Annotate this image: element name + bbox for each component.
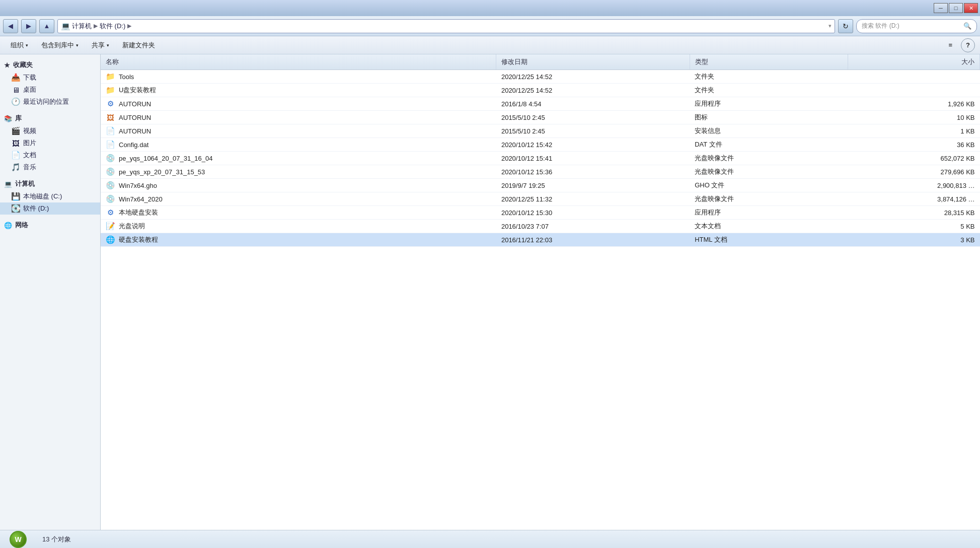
table-row[interactable]: 💿 Win7x64_2020 2020/12/25 11:32 光盘映像文件 3… (101, 192, 980, 206)
sidebar-item-pictures[interactable]: 🖼 图片 (0, 137, 100, 149)
sidebar-item-video[interactable]: 🎬 视频 (0, 125, 100, 137)
table-row[interactable]: 📝 光盘说明 2016/10/23 7:07 文本文档 5 KB (101, 220, 980, 233)
sidebar-item-recent[interactable]: 🕐 最近访问的位置 (0, 96, 100, 108)
exe-icon: ⚙ (106, 208, 115, 217)
file-name: AUTORUN (119, 127, 151, 135)
file-modified: 2020/12/25 11:32 (496, 192, 690, 206)
drive-c-icon: 💾 (11, 192, 20, 201)
file-name-cell[interactable]: 📄 Config.dat (101, 138, 496, 152)
column-modified[interactable]: 修改日期 (496, 54, 690, 70)
search-bar[interactable]: 搜索 软件 (D:) 🔍 (856, 19, 977, 33)
table-row[interactable]: 📁 U盘安装教程 2020/12/25 14:52 文件夹 (101, 84, 980, 97)
library-label: 库 (15, 114, 22, 123)
file-modified: 2016/10/23 7:07 (496, 220, 690, 233)
column-name[interactable]: 名称 (101, 54, 496, 70)
minimize-button[interactable]: ─ (934, 3, 948, 13)
table-row[interactable]: 📄 Config.dat 2020/10/12 15:42 DAT 文件 36 … (101, 138, 980, 152)
desktop-icon: 🖥 (11, 85, 20, 94)
breadcrumb-drive-d[interactable]: 软件 (D:) (100, 22, 125, 31)
breadcrumb-computer[interactable]: 计算机 (72, 22, 92, 31)
sidebar-header-computer[interactable]: 💻 计算机 (0, 177, 100, 190)
include-library-button[interactable]: 包含到库中 (36, 38, 84, 52)
table-row[interactable]: ⚙ 本地硬盘安装 2020/10/12 15:30 应用程序 28,315 KB (101, 206, 980, 220)
search-placeholder-text: 搜索 软件 (D:) (862, 22, 899, 30)
refresh-button[interactable]: ↻ (838, 19, 853, 33)
sidebar-item-music[interactable]: 🎵 音乐 (0, 161, 100, 173)
table-row[interactable]: 💿 pe_yqs_xp_20_07_31_15_53 2020/10/12 15… (101, 165, 980, 179)
sidebar-item-downloads[interactable]: 📥 下载 (0, 72, 100, 84)
breadcrumb-dropdown-icon[interactable]: ▾ (828, 23, 832, 29)
file-area[interactable]: 名称 修改日期 类型 大小 📁 Tools 2020/12/25 14:52 文… (101, 54, 980, 530)
file-name-cell[interactable]: 💿 Win7x64_2020 (101, 192, 496, 206)
dat-icon: 📄 (106, 140, 115, 149)
file-name: Win7x64_2020 (119, 195, 163, 203)
table-row[interactable]: 💿 Win7x64.gho 2019/9/7 19:25 GHO 文件 2,90… (101, 179, 980, 192)
sidebar-item-documents[interactable]: 📄 文档 (0, 149, 100, 161)
file-name-cell[interactable]: 🌐 硬盘安装教程 (101, 233, 496, 247)
table-row[interactable]: 📁 Tools 2020/12/25 14:52 文件夹 (101, 70, 980, 84)
search-icon[interactable]: 🔍 (963, 22, 971, 30)
file-type: DAT 文件 (690, 138, 848, 152)
sidebar-header-library[interactable]: 📚 库 (0, 112, 100, 125)
maximize-button[interactable]: □ (949, 3, 963, 13)
file-size: 1,926 KB (848, 97, 980, 111)
file-name-cell[interactable]: 💿 Win7x64.gho (101, 179, 496, 192)
file-name: pe_yqs_xp_20_07_31_15_53 (119, 168, 205, 176)
file-name-cell[interactable]: 💿 pe_yqs_1064_20_07_31_16_04 (101, 152, 496, 165)
music-label: 音乐 (23, 163, 36, 172)
back-button[interactable]: ◀ (3, 19, 18, 33)
sidebar-header-favorites[interactable]: ★ 收藏夹 (0, 58, 100, 72)
file-name-cell[interactable]: 📁 Tools (101, 70, 496, 84)
table-row[interactable]: ⚙ AUTORUN 2016/1/8 4:54 应用程序 1,926 KB (101, 97, 980, 111)
file-type: 光盘映像文件 (690, 192, 848, 206)
up-button[interactable]: ▲ (39, 19, 54, 33)
sidebar-item-local-d[interactable]: 💽 软件 (D:) (0, 202, 100, 215)
computer-icon: 💻 (61, 22, 70, 31)
file-name-cell[interactable]: ⚙ AUTORUN (101, 97, 496, 111)
folder-icon: 📁 (106, 86, 115, 95)
new-folder-button[interactable]: 新建文件夹 (117, 38, 161, 52)
organize-button[interactable]: 组织 (5, 38, 34, 52)
file-name-cell[interactable]: 📁 U盘安装教程 (101, 84, 496, 97)
table-row[interactable]: 🖼 AUTORUN 2015/5/10 2:45 图标 10 KB (101, 111, 980, 124)
breadcrumb-bar[interactable]: 💻 计算机 ▶ 软件 (D:) ▶ ▾ (57, 19, 835, 33)
main-layout: ★ 收藏夹 📥 下载 🖥 桌面 🕐 最近访问的位置 📚 库 (0, 54, 980, 530)
file-name-cell[interactable]: 💿 pe_yqs_xp_20_07_31_15_53 (101, 165, 496, 179)
table-row[interactable]: 📄 AUTORUN 2015/5/10 2:45 安装信息 1 KB (101, 124, 980, 138)
music-icon: 🎵 (11, 163, 20, 172)
file-name-cell[interactable]: 📝 光盘说明 (101, 220, 496, 233)
breadcrumb-separator-2: ▶ (127, 23, 131, 29)
sidebar-item-desktop[interactable]: 🖥 桌面 (0, 84, 100, 96)
address-bar: ◀ ▶ ▲ 💻 计算机 ▶ 软件 (D:) ▶ ▾ ↻ 搜索 软件 (D:) 🔍 (0, 16, 980, 36)
file-type: 应用程序 (690, 206, 848, 220)
file-type: 文件夹 (690, 70, 848, 84)
sidebar-header-network[interactable]: 🌐 网络 (0, 219, 100, 232)
library-icon: 📚 (4, 115, 12, 122)
sidebar-section-network: 🌐 网络 (0, 219, 100, 232)
file-name: AUTORUN (119, 114, 151, 121)
help-button[interactable]: ? (961, 38, 975, 52)
file-type: HTML 文档 (690, 233, 848, 247)
file-name-cell[interactable]: ⚙ 本地硬盘安装 (101, 206, 496, 220)
file-table: 名称 修改日期 类型 大小 📁 Tools 2020/12/25 14:52 文… (101, 54, 980, 247)
column-size[interactable]: 大小 (848, 54, 980, 70)
table-row[interactable]: 🌐 硬盘安装教程 2016/11/21 22:03 HTML 文档 3 KB (101, 233, 980, 247)
forward-button[interactable]: ▶ (21, 19, 36, 33)
file-name-cell[interactable]: 🖼 AUTORUN (101, 111, 496, 124)
file-type: 安装信息 (690, 124, 848, 138)
documents-label: 文档 (23, 151, 36, 160)
table-row[interactable]: 💿 pe_yqs_1064_20_07_31_16_04 2020/10/12 … (101, 152, 980, 165)
column-type[interactable]: 类型 (690, 54, 848, 70)
logo-icon: W (10, 531, 27, 548)
file-name-cell[interactable]: 📄 AUTORUN (101, 124, 496, 138)
file-modified: 2020/12/25 14:52 (496, 84, 690, 97)
network-icon: 🌐 (4, 222, 12, 229)
pictures-icon: 🖼 (11, 139, 20, 148)
img-icon: 🖼 (106, 113, 115, 122)
sidebar-item-local-c[interactable]: 💾 本地磁盘 (C:) (0, 190, 100, 202)
view-button[interactable]: ≡ (943, 38, 958, 52)
close-button[interactable]: ✕ (964, 3, 978, 13)
sidebar-section-computer: 💻 计算机 💾 本地磁盘 (C:) 💽 软件 (D:) (0, 177, 100, 215)
share-button[interactable]: 共享 (86, 38, 115, 52)
file-type: 光盘映像文件 (690, 165, 848, 179)
